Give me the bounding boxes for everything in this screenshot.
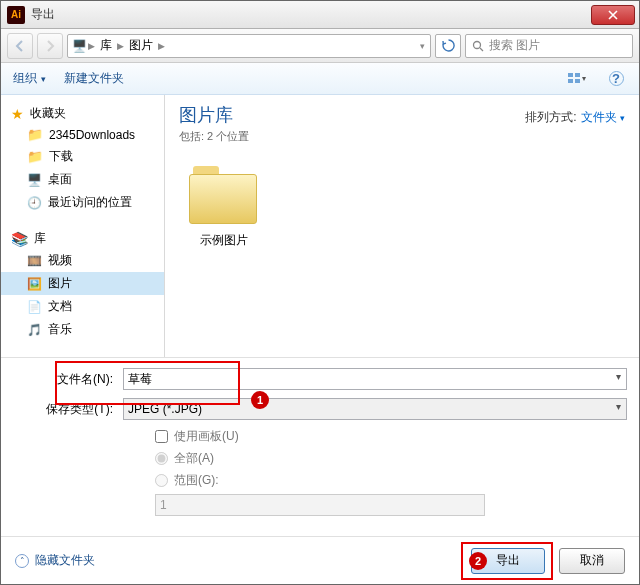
svg-rect-4	[575, 79, 580, 83]
help-button[interactable]: ?	[605, 68, 627, 90]
computer-icon: 🖥️	[72, 39, 87, 53]
chevron-right-icon: ▶	[157, 41, 166, 51]
filetype-label: 保存类型(T):	[13, 401, 123, 418]
footer: ˄ 隐藏文件夹 2 导出 取消	[1, 536, 639, 584]
sidebar: ★收藏夹 📁2345Downloads 📁下载 🖥️桌面 🕘最近访问的位置 📚库…	[1, 95, 165, 357]
arrow-right-icon	[44, 40, 56, 52]
cancel-button[interactable]: 取消	[559, 548, 625, 574]
view-icon	[567, 72, 582, 85]
sidebar-item-pictures[interactable]: 🖼️图片	[1, 272, 164, 295]
breadcrumb-library[interactable]: 库	[96, 37, 116, 54]
svg-rect-3	[568, 79, 573, 83]
range-label: 范围(G):	[174, 472, 219, 489]
folder-label: 示例图片	[179, 232, 269, 249]
video-icon: 🎞️	[27, 254, 42, 268]
sidebar-item-videos[interactable]: 🎞️视频	[1, 249, 164, 272]
search-icon	[472, 40, 484, 52]
filename-label: 文件名(N):	[13, 371, 123, 388]
view-mode-button[interactable]: ▾	[565, 68, 587, 90]
sidebar-item-music[interactable]: 🎵音乐	[1, 318, 164, 341]
filename-input[interactable]	[123, 368, 627, 390]
annotation-badge-1: 1	[251, 391, 269, 409]
sort-by: 排列方式: 文件夹 ▾	[525, 109, 625, 126]
sidebar-favorites-header[interactable]: ★收藏夹	[1, 103, 164, 124]
close-icon	[608, 10, 618, 20]
titlebar: Ai 导出	[1, 1, 639, 29]
sort-label: 排列方式:	[525, 109, 576, 126]
sidebar-item-downloads2345[interactable]: 📁2345Downloads	[1, 124, 164, 145]
document-icon: 📄	[27, 300, 42, 314]
chevron-down-icon: ▾	[620, 113, 625, 123]
folder-icon: 📁	[27, 149, 43, 164]
help-icon: ?	[609, 71, 624, 86]
forward-button[interactable]	[37, 33, 63, 59]
form-area: 文件名(N): 保存类型(T): 使用画板(U) 全部(A) 范围(G):	[1, 357, 639, 516]
library-icon: 📚	[11, 231, 28, 247]
svg-rect-2	[575, 73, 580, 77]
use-artboard-label: 使用画板(U)	[174, 428, 239, 445]
close-button[interactable]	[591, 5, 635, 25]
arrow-left-icon	[14, 40, 26, 52]
export-dialog: Ai 导出 🖥️ ▶ 库 ▶ 图片 ▶ ▾ 搜索 图片 组织 ▾ 新建文件夹 ▾…	[0, 0, 640, 585]
window-title: 导出	[31, 6, 591, 23]
folder-sample-pictures[interactable]: 示例图片	[179, 162, 269, 249]
main-area: ★收藏夹 📁2345Downloads 📁下载 🖥️桌面 🕘最近访问的位置 📚库…	[1, 95, 639, 357]
desktop-icon: 🖥️	[27, 173, 42, 187]
sidebar-item-downloads[interactable]: 📁下载	[1, 145, 164, 168]
breadcrumb-pictures[interactable]: 图片	[125, 37, 157, 54]
filetype-select[interactable]	[123, 398, 627, 420]
recent-icon: 🕘	[27, 196, 42, 210]
library-subtitle: 包括: 2 个位置	[179, 129, 625, 144]
chevron-down-icon: ▾	[41, 74, 46, 84]
music-icon: 🎵	[27, 323, 42, 337]
content-pane: 图片库 包括: 2 个位置 排列方式: 文件夹 ▾ 示例图片	[165, 95, 639, 357]
svg-rect-1	[568, 73, 573, 77]
all-label: 全部(A)	[174, 450, 214, 467]
chevron-right-icon: ▶	[116, 41, 125, 51]
chevron-up-icon: ˄	[15, 554, 29, 568]
range-input	[155, 494, 485, 516]
breadcrumb-bar[interactable]: 🖥️ ▶ 库 ▶ 图片 ▶ ▾	[67, 34, 431, 58]
use-artboard-row: 使用画板(U)	[155, 428, 627, 445]
annotation-badge-2: 2	[469, 552, 487, 570]
svg-point-0	[474, 41, 481, 48]
folder-icon: 📁	[27, 127, 43, 142]
chevron-right-icon: ▶	[87, 41, 96, 51]
sidebar-item-documents[interactable]: 📄文档	[1, 295, 164, 318]
use-artboard-checkbox[interactable]	[155, 430, 168, 443]
sort-value-link[interactable]: 文件夹 ▾	[581, 109, 625, 126]
search-placeholder: 搜索 图片	[489, 37, 540, 54]
all-row: 全部(A)	[155, 450, 627, 467]
toolbar: 组织 ▾ 新建文件夹 ▾ ?	[1, 63, 639, 95]
nav-bar: 🖥️ ▶ 库 ▶ 图片 ▶ ▾ 搜索 图片	[1, 29, 639, 63]
export-button-wrap: 2 导出	[471, 548, 545, 574]
refresh-button[interactable]	[435, 34, 461, 58]
sidebar-libraries-header[interactable]: 📚库	[1, 228, 164, 249]
range-radio[interactable]	[155, 474, 168, 487]
sidebar-item-desktop[interactable]: 🖥️桌面	[1, 168, 164, 191]
refresh-icon	[442, 39, 455, 52]
sidebar-item-recent[interactable]: 🕘最近访问的位置	[1, 191, 164, 214]
search-input[interactable]: 搜索 图片	[465, 34, 633, 58]
chevron-down-icon[interactable]: ▾	[419, 41, 426, 51]
range-row: 范围(G):	[155, 472, 627, 489]
folder-icon	[185, 162, 263, 226]
organize-button[interactable]: 组织 ▾	[13, 70, 46, 87]
back-button[interactable]	[7, 33, 33, 59]
hide-folders-link[interactable]: ˄ 隐藏文件夹	[15, 552, 95, 569]
new-folder-button[interactable]: 新建文件夹	[64, 70, 124, 87]
picture-icon: 🖼️	[27, 277, 42, 291]
app-icon: Ai	[7, 6, 25, 24]
all-radio[interactable]	[155, 452, 168, 465]
star-icon: ★	[11, 106, 24, 122]
